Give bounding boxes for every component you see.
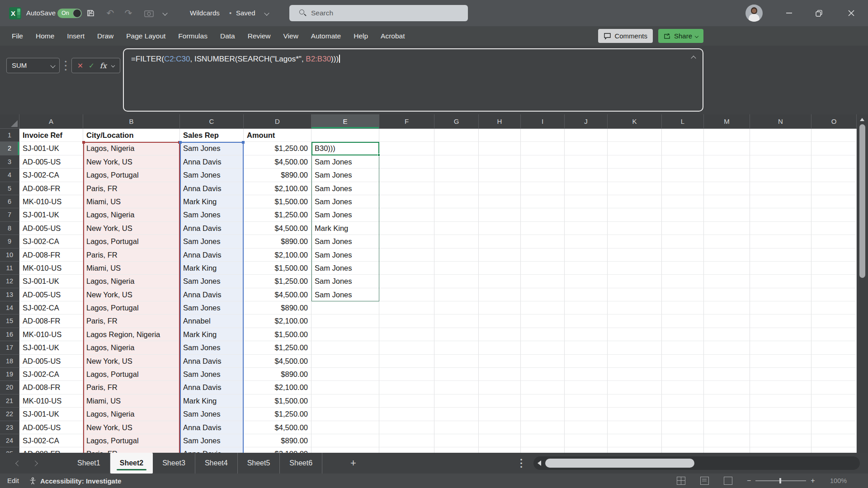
cell-B25[interactable]: Paris, FR — [83, 447, 180, 453]
row-number-10[interactable]: 10 — [0, 249, 19, 262]
cell-N16[interactable] — [750, 328, 811, 341]
cell-C24[interactable]: Sam Jones — [180, 434, 244, 447]
cell-C10[interactable]: Anna Davis — [180, 249, 244, 262]
cell-B20[interactable]: Paris, FR — [83, 381, 180, 394]
cell-C2[interactable]: Sam Jones — [180, 142, 244, 155]
ribbon-tab-help[interactable]: Help — [347, 26, 374, 46]
cell-H3[interactable] — [479, 155, 521, 169]
cell-J4[interactable] — [565, 169, 608, 182]
cell-H13[interactable] — [479, 288, 521, 301]
ribbon-tab-home[interactable]: Home — [29, 26, 61, 46]
cell-J9[interactable] — [565, 235, 608, 248]
cell-F15[interactable] — [379, 314, 434, 328]
cell-N13[interactable] — [750, 288, 811, 301]
cell-G15[interactable] — [434, 314, 479, 328]
cell-O24[interactable] — [811, 434, 857, 447]
row-number-5[interactable]: 5 — [0, 182, 19, 195]
cell-J2[interactable] — [565, 142, 608, 155]
ribbon-tab-data[interactable]: Data — [214, 26, 241, 46]
cell-M20[interactable] — [704, 381, 750, 394]
cell-A6[interactable]: MK-010-US — [19, 195, 83, 208]
cell-E16[interactable] — [311, 328, 379, 341]
cell-N3[interactable] — [750, 155, 811, 169]
cell-G2[interactable] — [434, 142, 479, 155]
cell-D8[interactable]: $4,500.00 — [244, 222, 311, 235]
ribbon-tab-acrobat[interactable]: Acrobat — [374, 26, 411, 46]
cell-A18[interactable]: AD-005-US — [19, 355, 83, 368]
cell-I9[interactable] — [521, 235, 565, 248]
cell-C14[interactable]: Sam Jones — [180, 301, 244, 314]
cell-N7[interactable] — [750, 208, 811, 221]
cell-D13[interactable]: $4,500.00 — [244, 288, 311, 301]
cell-E3[interactable]: Sam Jones — [311, 155, 379, 169]
cell-D25[interactable]: $2,100.00 — [244, 447, 311, 453]
cell-F16[interactable] — [379, 328, 434, 341]
cell-L2[interactable] — [662, 142, 704, 155]
cell-A10[interactable]: AD-008-FR — [19, 249, 83, 262]
cell-C20[interactable]: Anna Davis — [180, 381, 244, 394]
cell-G1[interactable] — [434, 129, 479, 142]
close-button[interactable] — [841, 0, 862, 26]
cell-B5[interactable]: Paris, FR — [83, 182, 180, 195]
undo-icon[interactable]: ↶ — [102, 0, 118, 26]
cell-J18[interactable] — [565, 355, 608, 368]
cell-I7[interactable] — [521, 208, 565, 221]
row-number-23[interactable]: 23 — [0, 421, 19, 434]
cell-H21[interactable] — [479, 394, 521, 408]
cell-E25[interactable] — [311, 447, 379, 453]
cell-L24[interactable] — [662, 434, 704, 447]
cell-B22[interactable]: Lagos, Nigeria — [83, 408, 180, 421]
row-number-16[interactable]: 16 — [0, 328, 19, 341]
cell-L15[interactable] — [662, 314, 704, 328]
cell-O1[interactable] — [811, 129, 857, 142]
cell-C5[interactable]: Anna Davis — [180, 182, 244, 195]
ribbon-tab-draw[interactable]: Draw — [91, 26, 120, 46]
cell-F17[interactable] — [379, 341, 434, 354]
column-header-k[interactable]: K — [608, 114, 662, 129]
cell-F24[interactable] — [379, 434, 434, 447]
enter-icon[interactable]: ✓ — [89, 61, 94, 70]
cell-C7[interactable]: Sam Jones — [180, 208, 244, 221]
collapse-formula-bar-icon[interactable] — [691, 56, 696, 61]
cell-N6[interactable] — [750, 195, 811, 208]
cell-C4[interactable]: Sam Jones — [180, 169, 244, 182]
cell-O20[interactable] — [811, 381, 857, 394]
cell-O8[interactable] — [811, 222, 857, 235]
row-number-15[interactable]: 15 — [0, 314, 19, 328]
cell-D4[interactable]: $890.00 — [244, 169, 311, 182]
cell-B16[interactable]: Lagos Region, Nigeria — [83, 328, 180, 341]
cell-D10[interactable]: $2,100.00 — [244, 249, 311, 262]
cell-M2[interactable] — [704, 142, 750, 155]
cell-L4[interactable] — [662, 169, 704, 182]
cell-O11[interactable] — [811, 262, 857, 275]
cell-G9[interactable] — [434, 235, 479, 248]
accessibility-status[interactable]: Accessibility: Investigate — [40, 477, 121, 485]
normal-view-icon[interactable] — [677, 477, 685, 485]
cell-E18[interactable] — [311, 355, 379, 368]
ribbon-tab-formulas[interactable]: Formulas — [172, 26, 214, 46]
cell-E2[interactable]: B30))) — [311, 142, 379, 155]
cell-O16[interactable] — [811, 328, 857, 341]
cell-N22[interactable] — [750, 408, 811, 421]
cell-I4[interactable] — [521, 169, 565, 182]
cell-B19[interactable]: Lagos, Portugal — [83, 368, 180, 381]
zoom-in-icon[interactable]: + — [811, 477, 815, 485]
column-header-a[interactable]: A — [19, 114, 83, 129]
cell-F22[interactable] — [379, 408, 434, 421]
cell-D23[interactable]: $4,500.00 — [244, 421, 311, 434]
cell-A17[interactable]: SJ-001-UK — [19, 341, 83, 354]
cell-A2[interactable]: SJ-001-UK — [19, 142, 83, 155]
cell-M10[interactable] — [704, 249, 750, 262]
cell-K13[interactable] — [608, 288, 662, 301]
page-break-view-icon[interactable] — [724, 477, 732, 485]
cell-A22[interactable]: SJ-001-UK — [19, 408, 83, 421]
cell-I18[interactable] — [521, 355, 565, 368]
cell-H7[interactable] — [479, 208, 521, 221]
cell-D22[interactable]: $1,250.00 — [244, 408, 311, 421]
cell-K17[interactable] — [608, 341, 662, 354]
cell-B13[interactable]: New York, US — [83, 288, 180, 301]
cell-L11[interactable] — [662, 262, 704, 275]
cell-L10[interactable] — [662, 249, 704, 262]
cell-C6[interactable]: Mark King — [180, 195, 244, 208]
cell-C12[interactable]: Sam Jones — [180, 275, 244, 288]
